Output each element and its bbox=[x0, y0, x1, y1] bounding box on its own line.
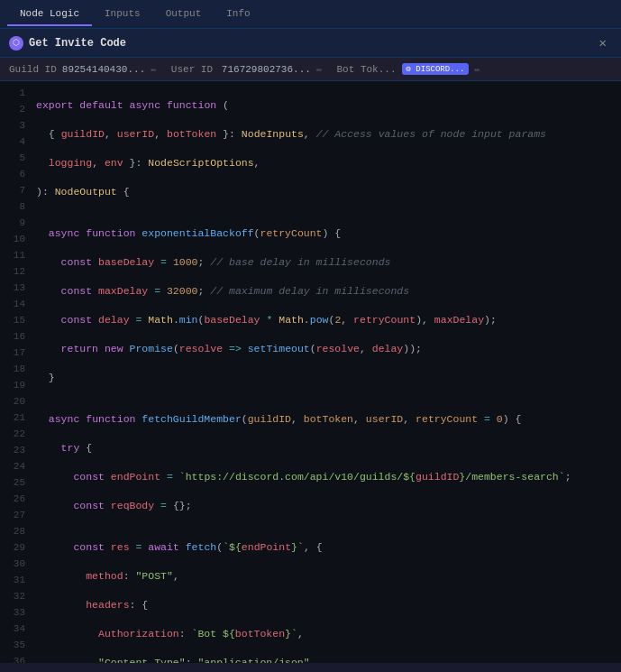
tabs-container: Node Logic Inputs Output Info bbox=[7, 3, 263, 26]
bot-tok-label: Bot Tok... bbox=[337, 64, 397, 75]
discord-badge: ⚙ DISCORD... bbox=[402, 63, 470, 75]
node-icon: ⬡ bbox=[9, 36, 23, 51]
guild-id-label: Guild ID bbox=[9, 64, 57, 75]
user-id-label: User ID bbox=[171, 64, 216, 75]
tab-inputs[interactable]: Inputs bbox=[92, 3, 153, 26]
user-id-edit-icon[interactable]: ✏ bbox=[316, 63, 323, 75]
guild-id-edit-icon[interactable]: ✏ bbox=[151, 63, 157, 75]
bot-tok-edit-icon[interactable]: ✏ bbox=[474, 63, 480, 75]
guild-id-value: 89254140430... bbox=[62, 64, 145, 75]
close-icon[interactable]: ✕ bbox=[594, 33, 612, 52]
fields-row: Guild ID 89254140430... ✏ User ID 716729… bbox=[0, 58, 621, 81]
code-editor[interactable]: 123 456 789 101112 131415 161718 192021 … bbox=[0, 81, 621, 663]
line-numbers: 123 456 789 101112 131415 161718 192021 … bbox=[0, 81, 32, 663]
tab-info[interactable]: Info bbox=[214, 3, 262, 26]
node-info-bar: ⬡ Get Invite Code ✕ bbox=[0, 29, 621, 58]
code-lines: export default async function ( { guildI… bbox=[32, 81, 621, 663]
guild-id-field: Guild ID 89254140430... ✏ bbox=[9, 63, 157, 75]
tab-bar: Node Logic Inputs Output Info bbox=[0, 0, 621, 29]
bot-token-field: Bot Tok... ⚙ DISCORD... ✏ bbox=[337, 63, 480, 75]
user-id-field: User ID 716729802736... ✏ bbox=[171, 63, 323, 75]
tab-output[interactable]: Output bbox=[153, 3, 215, 26]
node-title: Get Invite Code bbox=[29, 37, 589, 50]
tab-node-logic[interactable]: Node Logic bbox=[7, 3, 92, 26]
user-id-value: 716729802736... bbox=[222, 64, 311, 75]
